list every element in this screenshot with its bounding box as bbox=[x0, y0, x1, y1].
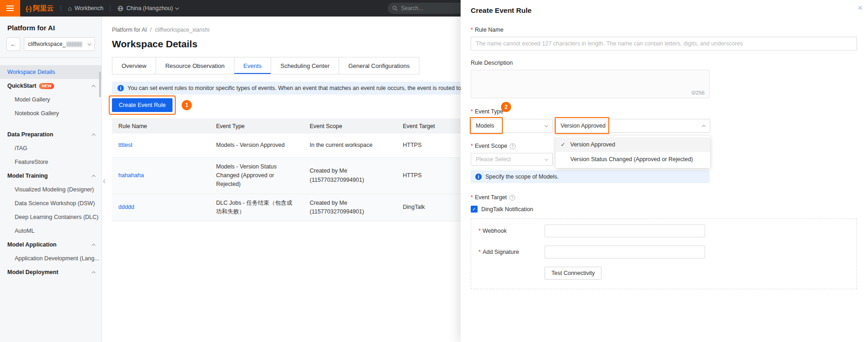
sidebar-item-dlc[interactable]: Deep Learning Containers (DLC) bbox=[0, 210, 101, 224]
chevron-up-icon bbox=[92, 243, 95, 247]
webhook-label: *Webhook bbox=[479, 228, 545, 234]
tab-general-configurations[interactable]: General Configurations bbox=[339, 57, 419, 74]
label-text: Event Scope bbox=[475, 143, 507, 149]
breadcrumb-workspace: cliffworkspace_xianshi bbox=[155, 27, 209, 33]
alibaba-cloud-logo[interactable]: (-) 阿里云 bbox=[26, 4, 54, 13]
chevron-up-icon bbox=[92, 133, 95, 137]
sidebar-item-featurestore[interactable]: FeatureStore bbox=[0, 155, 101, 169]
event-type-cell: Models - Version Approved bbox=[210, 134, 303, 157]
sidebar-item-notebook-gallery[interactable]: Notebook Gallery bbox=[0, 107, 101, 120]
search-input[interactable]: Search... bbox=[388, 3, 468, 14]
help-icon[interactable]: ? bbox=[510, 143, 516, 149]
sidebar-item-automl[interactable]: AutoML bbox=[0, 224, 101, 238]
sidebar-item-model-deployment[interactable]: Model Deployment bbox=[0, 265, 101, 279]
event-type-cell: Models - Version Status Changed (Approve… bbox=[210, 157, 303, 194]
scope-info-text: Specify the scope of Models. bbox=[485, 174, 559, 180]
sidebar-item-label: Visualized Modeling (Designer) bbox=[15, 186, 94, 193]
back-button[interactable]: ← bbox=[6, 37, 20, 51]
workspace-select[interactable]: cliffworkspace_ bbox=[24, 37, 95, 51]
label-text: Event Target bbox=[475, 194, 507, 201]
sidebar-scrollbar[interactable] bbox=[99, 72, 101, 97]
sidebar-item-label: Model Training bbox=[7, 173, 48, 179]
sidebar-item-label: Model Application bbox=[7, 241, 56, 248]
sidebar-item-visualized-modeling[interactable]: Visualized Modeling (Designer) bbox=[0, 183, 101, 196]
sidebar-collapse-handle[interactable] bbox=[101, 175, 109, 187]
new-badge: NEW bbox=[39, 83, 54, 89]
option-label: Version Status Changed (Approved or Reje… bbox=[570, 156, 693, 163]
col-header-rule-name: Rule Name bbox=[112, 118, 210, 134]
drawer-title: Create Event Rule bbox=[471, 6, 857, 15]
label-text: Add Signature bbox=[483, 249, 519, 255]
tab-resource-observation[interactable]: Resource Observation bbox=[156, 57, 234, 74]
tab-scheduling-center[interactable]: Scheduling Center bbox=[271, 57, 339, 74]
logo-icon: (-) bbox=[26, 5, 31, 12]
chevron-up-icon bbox=[92, 84, 95, 88]
search-icon bbox=[392, 6, 398, 11]
sidebar-item-application-development[interactable]: Application Development (Lang... bbox=[0, 252, 101, 265]
sidebar-item-label: QuickStart bbox=[7, 83, 36, 89]
sidebar-item-quickstart[interactable]: QuickStart NEW bbox=[0, 79, 101, 93]
dingtalk-checkbox[interactable]: ✓ bbox=[471, 206, 478, 213]
checkbox-label: DingTalk Notification bbox=[481, 206, 533, 213]
region-selector[interactable]: China (Hangzhou) bbox=[117, 5, 178, 11]
search-placeholder: Search... bbox=[401, 5, 423, 11]
required-asterisk: * bbox=[471, 108, 473, 115]
event-type-label: * Event Type 2 bbox=[471, 108, 503, 115]
close-icon[interactable]: × bbox=[857, 4, 862, 12]
sidebar: Platform for AI ← cliffworkspace_ Worksp… bbox=[0, 17, 102, 342]
event-scope-cell: Created by Me (1157703270994901) bbox=[303, 194, 396, 221]
rule-name-link[interactable]: ttttest bbox=[118, 142, 133, 148]
hamburger-menu-icon[interactable] bbox=[0, 0, 20, 17]
create-event-rule-button[interactable]: Create Event Rule bbox=[112, 98, 172, 112]
sidebar-item-label: Workspace Details bbox=[7, 69, 55, 75]
sidebar-item-model-gallery[interactable]: Model Gallery bbox=[0, 93, 101, 107]
help-icon[interactable]: ? bbox=[509, 195, 515, 201]
sidebar-item-data-preparation[interactable]: Data Preparation bbox=[0, 128, 101, 141]
rule-name-link[interactable]: hahahaha bbox=[118, 172, 144, 179]
event-target-label: * Event Target ? bbox=[471, 194, 515, 201]
test-connectivity-button[interactable]: Test Connectivity bbox=[545, 267, 601, 280]
event-subtype-select[interactable]: Version Approved bbox=[556, 119, 710, 133]
dropdown-option-version-status-changed[interactable]: Version Status Changed (Approved or Reje… bbox=[556, 152, 710, 167]
workbench-link[interactable]: ⌂ Workbench bbox=[68, 5, 103, 11]
logo-text: 阿里云 bbox=[33, 4, 54, 13]
required-asterisk: * bbox=[479, 249, 481, 255]
region-label: China (Hangzhou) bbox=[126, 5, 172, 11]
sidebar-item-label: Data Science Workshop (DSW) bbox=[15, 200, 95, 207]
sidebar-item-model-application[interactable]: Model Application bbox=[0, 238, 101, 252]
create-rule-button-wrap: Create Event Rule 1 bbox=[112, 98, 172, 112]
sidebar-item-model-training[interactable]: Model Training bbox=[0, 169, 101, 183]
rule-name-link[interactable]: ddddd bbox=[118, 204, 134, 210]
breadcrumb-platform[interactable]: Platform for AI bbox=[112, 27, 147, 33]
sidebar-menu: Workspace Details QuickStart NEW Model G… bbox=[0, 58, 101, 279]
dropdown-option-version-approved[interactable]: ✓ Version Approved bbox=[556, 137, 710, 152]
dingtalk-checkbox-row: ✓ DingTalk Notification bbox=[471, 206, 857, 213]
rule-name-input[interactable] bbox=[471, 37, 857, 50]
label-text: Webhook bbox=[483, 228, 507, 234]
event-scope-cell: Created by Me (1157703270994901) bbox=[303, 157, 396, 194]
workspace-name: cliffworkspace_ bbox=[28, 41, 66, 47]
required-asterisk: * bbox=[479, 228, 481, 234]
sidebar-item-dsw[interactable]: Data Science Workshop (DSW) bbox=[0, 196, 101, 210]
tab-events[interactable]: Events bbox=[234, 57, 272, 74]
sidebar-item-workspace-details[interactable]: Workspace Details bbox=[0, 65, 101, 79]
tab-overview[interactable]: Overview bbox=[112, 57, 156, 74]
sidebar-item-label: Data Preparation bbox=[7, 131, 53, 138]
add-signature-input[interactable] bbox=[545, 246, 705, 258]
sidebar-item-label: FeatureStore bbox=[15, 159, 48, 165]
tutorial-step-badge-2: 2 bbox=[501, 102, 511, 112]
event-subtype-dropdown: ✓ Version Approved Version Status Change… bbox=[556, 136, 710, 168]
chevron-up-icon bbox=[92, 271, 95, 275]
event-category-select[interactable]: Models bbox=[471, 119, 553, 133]
sidebar-item-itag[interactable]: iTAG bbox=[0, 141, 101, 155]
chevron-down-icon bbox=[88, 41, 91, 45]
event-scope-select[interactable]: Please Select bbox=[471, 153, 553, 166]
select-placeholder: Please Select bbox=[476, 156, 511, 163]
rule-description-textarea[interactable] bbox=[471, 70, 709, 90]
workspace-selector-row: ← cliffworkspace_ bbox=[0, 37, 101, 58]
workbench-label: Workbench bbox=[74, 5, 103, 11]
chevron-left-icon bbox=[103, 179, 107, 183]
webhook-input[interactable] bbox=[545, 224, 705, 237]
sidebar-item-label: Model Deployment bbox=[7, 269, 58, 275]
label-text: Rule Description bbox=[471, 60, 513, 66]
